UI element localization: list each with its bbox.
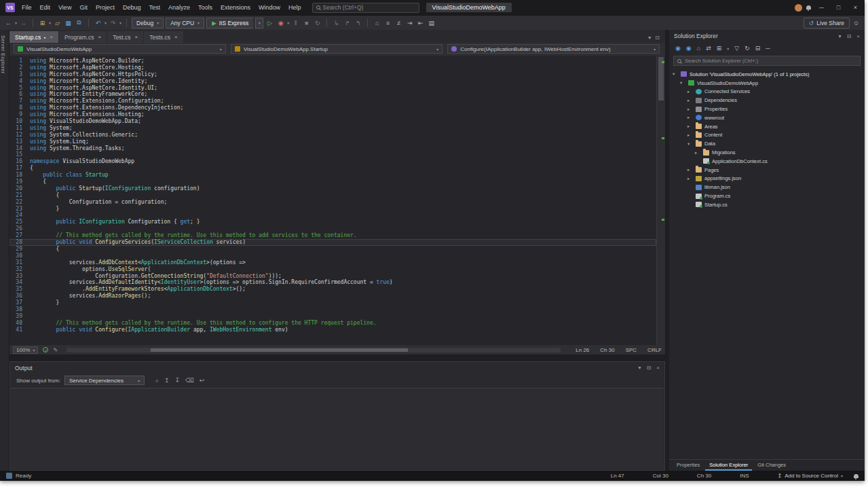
new-item-icon[interactable]: ⊞ (38, 20, 47, 26)
menu-file[interactable]: File (18, 4, 36, 11)
menu-edit[interactable]: Edit (36, 4, 55, 11)
scrollbar-thumb[interactable] (151, 348, 408, 352)
chevron-down-icon[interactable]: ▾ (648, 35, 651, 41)
save-icon[interactable]: ▦ (64, 20, 73, 26)
expander-icon[interactable]: ▾ (680, 80, 685, 86)
menu-analyze[interactable]: Analyze (164, 4, 194, 11)
quick-search-box[interactable]: Search (Ctrl+Q) (312, 3, 419, 13)
save-all-icon[interactable]: ⧉ (75, 19, 83, 26)
pending-changes-filter-icon[interactable]: ▽ (734, 45, 739, 52)
tree-item-appsettings-json[interactable]: ▸appsettings.json (669, 175, 865, 183)
expander-icon[interactable]: ▸ (687, 176, 693, 181)
redo-icon[interactable]: ↷ (109, 20, 117, 26)
refresh-icon[interactable]: ↻ (744, 45, 750, 52)
chevron-down-icon[interactable]: ▾ (639, 365, 641, 371)
tab-tests-cs[interactable]: Tests.cs× (144, 31, 183, 43)
menu-test[interactable]: Test (145, 4, 164, 11)
find-in-files-icon[interactable]: ⌂ (373, 20, 381, 26)
maximize-button[interactable]: □ (832, 4, 845, 11)
scrollbar-thumb[interactable] (658, 57, 664, 101)
switch-views-icon[interactable]: ⊞ (717, 45, 722, 52)
panel-splitter[interactable] (10, 355, 665, 361)
forward-circle-icon[interactable]: ◉ (686, 45, 692, 52)
start-debugging-button[interactable]: ▶ IIS Express (206, 18, 253, 29)
word-wrap-icon[interactable]: ↩ (200, 377, 205, 384)
tree-item-pages[interactable]: ▸Pages (669, 166, 865, 175)
overflow-icon[interactable]: ─ (766, 45, 770, 52)
menu-extensions[interactable]: Extensions (216, 4, 254, 11)
close-icon[interactable]: × (48, 34, 53, 40)
project-dropdown[interactable]: VisualStudioDemoWebApp ▾ (14, 44, 226, 54)
output-panel-header[interactable]: Output ▾ ⊟ × (10, 362, 664, 374)
tree-item-libman-json[interactable]: libman.json (669, 183, 865, 192)
expander-icon[interactable]: ▸ (687, 107, 693, 112)
new-item-dropdown-icon[interactable]: ▾ (49, 20, 51, 25)
pin-icon[interactable]: ⊟ (847, 33, 852, 39)
undo-icon[interactable]: ↶ (94, 20, 102, 26)
output-source-dropdown[interactable]: Service Dependencies ▾ (64, 376, 145, 385)
chevron-down-icon[interactable]: ▾ (727, 46, 729, 51)
close-icon[interactable]: × (96, 34, 101, 40)
menu-tools[interactable]: Tools (194, 4, 216, 11)
close-button[interactable]: × (849, 4, 862, 11)
user-avatar[interactable] (795, 4, 802, 12)
menu-view[interactable]: View (54, 4, 75, 11)
minimize-button[interactable]: ─ (815, 4, 828, 11)
undo-dropdown-icon[interactable]: ▾ (105, 20, 107, 25)
live-share-button[interactable]: ↺ Live Share (804, 18, 850, 29)
tab-program-cs[interactable]: Program.cs× (59, 31, 107, 43)
start-without-debugging-icon[interactable]: ▷ (265, 20, 274, 26)
feedback-smiley-icon[interactable]: ☺ (852, 20, 861, 26)
close-icon[interactable]: × (173, 34, 178, 40)
tree-item-wwwroot[interactable]: ▸wwwroot (669, 113, 865, 122)
member-dropdown[interactable]: Configure(IApplicationBuilder app, IWebH… (447, 44, 660, 54)
bookmark-icon[interactable]: ▤ (427, 20, 436, 26)
expander-icon[interactable]: ▸ (687, 98, 693, 103)
output-content[interactable] (11, 388, 664, 469)
navigate-back-icon[interactable]: ← (4, 20, 13, 26)
close-icon[interactable]: × (134, 34, 138, 40)
expander-icon[interactable]: ▸ (687, 167, 693, 173)
tree-item-dependencies[interactable]: ▸Dependencies (669, 96, 865, 105)
tree-item-migrations[interactable]: ▸Migrations (669, 148, 865, 157)
open-file-icon[interactable]: ▱ (53, 20, 62, 26)
editor-vertical-scrollbar[interactable] (656, 56, 665, 345)
expander-icon[interactable]: ▾ (687, 141, 693, 147)
expander-icon[interactable]: ▸ (687, 115, 693, 120)
tree-item-startup-cs[interactable]: Startup.cs (669, 200, 865, 209)
feedback-icon[interactable] (806, 5, 811, 10)
hot-reload-dropdown-icon[interactable]: ▾ (287, 20, 289, 25)
expander-icon[interactable]: ▾ (673, 71, 678, 77)
expander-icon[interactable]: ▸ (687, 132, 693, 138)
tree-item-content[interactable]: ▸Content (669, 131, 865, 140)
tree-item-connected-services[interactable]: ▸Connected Services (669, 88, 865, 96)
expander-icon[interactable]: ▸ (695, 150, 700, 156)
run-target-dropdown[interactable]: ▾ (255, 18, 263, 29)
goto-previous-message-icon[interactable]: ↥ (164, 377, 170, 384)
clear-all-icon[interactable]: ⌫ (185, 377, 194, 384)
solution-explorer-search-box[interactable]: Search Solution Explorer (Ctrl+;) (673, 56, 861, 66)
menu-debug[interactable]: Debug (119, 4, 145, 11)
edit-pencil-icon[interactable]: ✎ (53, 347, 58, 353)
panel-tab-properties[interactable]: Properties (673, 460, 704, 471)
tree-item-applicationdbcontext-cs[interactable]: ApplicationDbContext.cs (669, 157, 865, 166)
menu-help[interactable]: Help (284, 4, 305, 11)
outdent-icon[interactable]: ⇤ (416, 20, 425, 26)
editor-eol-indicator[interactable]: CRLF (647, 347, 662, 353)
expander-icon[interactable]: ▸ (687, 89, 693, 94)
window-list-icon[interactable]: ⊡ (655, 35, 660, 41)
tab-startup-cs[interactable]: Startup.cs●× (10, 31, 58, 43)
close-icon[interactable]: × (656, 365, 660, 371)
navigate-back-dropdown-icon[interactable]: ▾ (15, 20, 17, 25)
menu-project[interactable]: Project (92, 4, 119, 11)
panel-tab-git-changes[interactable]: Git Changes (753, 460, 790, 471)
add-to-source-control-button[interactable]: ↥ Add to Source Control ▾ (778, 473, 843, 479)
background-tasks-icon[interactable] (6, 473, 12, 479)
tree-item-program-cs[interactable]: Program.cs (669, 192, 865, 200)
comment-selection-icon[interactable]: ≡ (383, 20, 392, 26)
tab-test-cs[interactable]: Test.cs× (107, 31, 143, 43)
notifications-bell-icon[interactable] (854, 474, 858, 478)
menu-git[interactable]: Git (75, 4, 92, 11)
server-explorer-side-tab[interactable]: Server Explorer (0, 30, 10, 471)
collapse-all-icon[interactable]: ⊟ (755, 45, 761, 52)
